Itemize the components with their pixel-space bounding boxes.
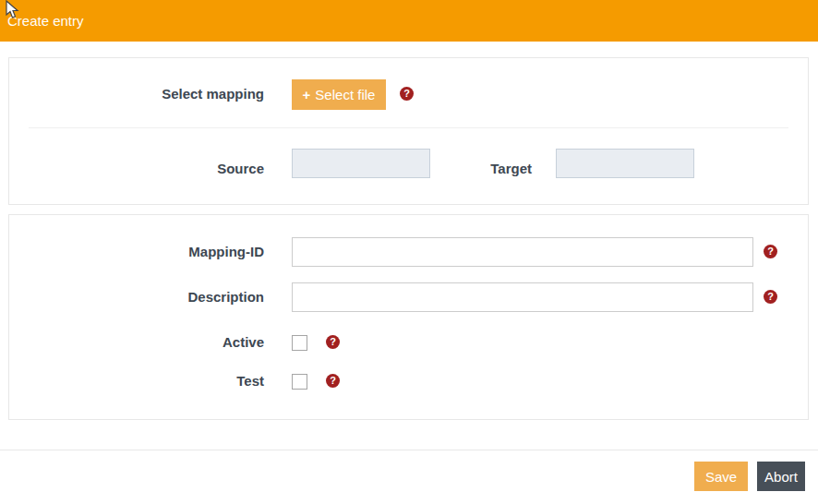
select-mapping-label: Select mapping [9,79,264,109]
select-file-button[interactable]: + Select file [292,79,386,110]
panel-separator [29,127,788,128]
mapping-id-help-icon[interactable]: ? [764,245,777,258]
create-entry-page: Create entry Select mapping + Select fil… [0,0,818,504]
select-mapping-help-icon[interactable]: ? [400,87,414,101]
test-help-icon[interactable]: ? [326,374,340,388]
page-header: Create entry [0,0,818,42]
save-button[interactable]: Save [694,462,748,491]
entry-details-panel: Mapping-ID ? Description ? Active ? Test… [8,214,809,420]
active-checkbox[interactable] [292,335,307,351]
description-input[interactable] [292,282,753,312]
description-help-icon[interactable]: ? [764,290,777,304]
abort-button[interactable]: Abort [757,462,805,491]
source-label: Source [9,154,264,184]
active-help-icon[interactable]: ? [326,335,340,349]
mapping-id-label: Mapping-ID [9,237,264,267]
test-label: Test [9,366,264,396]
select-file-button-label: Select file [315,87,375,102]
description-label: Description [9,282,264,312]
mapping-id-input[interactable] [292,237,753,267]
plus-icon: + [303,87,311,102]
test-checkbox[interactable] [292,374,307,390]
mapping-selection-panel: Select mapping + Select file ? Source Ta… [8,57,809,205]
target-label: Target [397,154,532,184]
active-label: Active [9,328,264,357]
target-input[interactable] [556,149,694,178]
footer-divider [0,450,818,450]
mouse-cursor-icon [6,0,20,19]
